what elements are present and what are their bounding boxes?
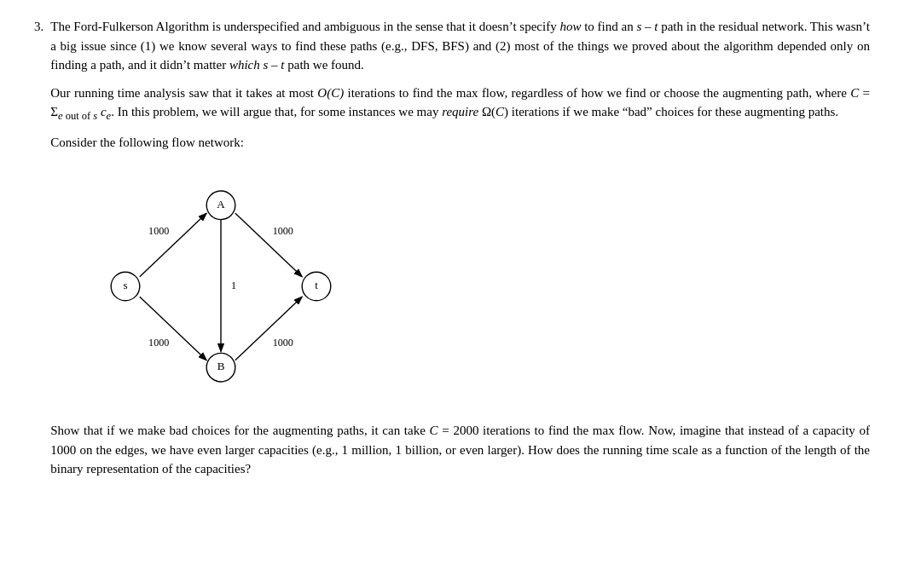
edge-label-s-b: 1000 (148, 337, 169, 349)
problem-item: 3. The Ford-Fulkerson Algorithm is under… (34, 17, 870, 487)
main-content: 3. The Ford-Fulkerson Algorithm is under… (34, 17, 870, 487)
item-body: The Ford-Fulkerson Algorithm is underspe… (50, 17, 870, 487)
node-label-t: t (315, 279, 318, 291)
node-label-s: s (124, 279, 128, 291)
paragraph-4: Show that if we make bad choices for the… (50, 421, 870, 479)
edge-a-to-t (235, 213, 302, 277)
flow-graph-svg: 1000 1000 1000 1000 1 s (67, 167, 374, 406)
sum-subscript: e out of s (58, 110, 97, 122)
c-var-2: C (495, 105, 504, 118)
c-var-1: C (850, 86, 859, 100)
oc-math: O(C) (317, 86, 344, 100)
edge-label-b-t: 1000 (273, 337, 293, 349)
node-label-a: A (217, 198, 226, 210)
ce-var: ce (101, 105, 111, 118)
edge-b-to-t (235, 297, 302, 360)
st-path-1: s – t (636, 20, 658, 33)
which-italic: which (229, 58, 260, 72)
edge-s-to-a (140, 213, 206, 277)
edge-label-a-t: 1000 (273, 226, 293, 238)
edge-s-to-b (140, 297, 206, 360)
c-var-3: C (430, 424, 438, 437)
paragraph-1: The Ford-Fulkerson Algorithm is underspe… (50, 17, 870, 75)
node-label-b: B (217, 360, 225, 372)
paragraph-3: Consider the following flow network: (50, 133, 870, 153)
flow-network-diagram: 1000 1000 1000 1000 1 s (67, 167, 870, 406)
paragraph-2: Our running time analysis saw that it ta… (50, 84, 870, 124)
how-italic: how (559, 20, 581, 33)
edge-label-a-b: 1 (231, 280, 236, 291)
st-path-2: s – t (264, 58, 285, 72)
item-number: 3. (34, 17, 43, 487)
require-italic: require (442, 105, 478, 118)
edge-label-s-a: 1000 (148, 226, 169, 238)
